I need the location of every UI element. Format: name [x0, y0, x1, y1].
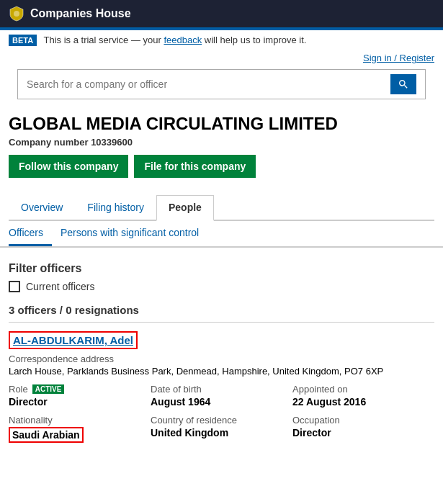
dob-col: Date of birth August 1964	[151, 384, 292, 408]
appointed-col: Appointed on 22 August 2016	[292, 384, 434, 408]
site-title: Companies House	[30, 7, 131, 20]
dob-value: August 1964	[151, 396, 292, 408]
sub-tab-psc[interactable]: Persons with significant control	[61, 221, 207, 246]
company-number-label: Company number	[9, 137, 89, 148]
officer-address: Larch House, Parklands Business Park, De…	[9, 366, 434, 377]
company-number-value: 10339600	[91, 137, 133, 148]
current-officers-label: Current officers	[26, 281, 94, 292]
search-input[interactable]	[27, 78, 390, 90]
search-icon	[398, 78, 409, 90]
nationality-value: Saudi Arabian	[9, 427, 84, 443]
active-badge: ACTIVE	[32, 384, 65, 394]
file-button[interactable]: File for this company	[134, 155, 256, 178]
company-number: Company number 10339600	[9, 137, 434, 148]
beta-text: This is a trial service — your	[44, 35, 161, 45]
nationality-col: Nationality Saudi Arabian	[9, 415, 151, 443]
officer-card: AL-ABDULKARIM, Adel Correspondence addre…	[0, 323, 443, 459]
logo: Companies House	[9, 6, 131, 22]
tab-people[interactable]: People	[156, 195, 214, 221]
residence-col: Country of residence United Kingdom	[151, 415, 292, 443]
officer-details-top: Role ACTIVE Director Date of birth Augus…	[9, 384, 434, 408]
feedback-link[interactable]: feedback	[164, 35, 202, 45]
follow-button[interactable]: Follow this company	[9, 155, 128, 178]
action-buttons: Follow this company File for this compan…	[9, 155, 434, 178]
residence-label: Country of residence	[151, 415, 292, 426]
dob-label: Date of birth	[151, 384, 292, 395]
sub-tabs: Officers Persons with significant contro…	[0, 221, 443, 248]
occupation-value: Director	[292, 427, 434, 438]
search-button[interactable]	[390, 74, 416, 94]
company-section: GLOBAL MEDIA CIRCULATING LIMITED Company…	[0, 114, 443, 195]
filter-section: Filter officers Current officers	[0, 256, 443, 297]
sub-tab-officers[interactable]: Officers	[9, 221, 52, 246]
beta-banner: BETA This is a trial service — your feed…	[0, 27, 443, 50]
occupation-label: Occupation	[292, 415, 434, 426]
site-header: Companies House	[0, 0, 443, 27]
tab-overview[interactable]: Overview	[9, 195, 75, 220]
beta-tag: BETA	[9, 35, 37, 46]
signin-link[interactable]: Sign in / Register	[363, 53, 434, 63]
officer-details-bottom: Nationality Saudi Arabian Country of res…	[9, 415, 434, 443]
current-officers-checkbox[interactable]	[9, 281, 20, 292]
main-tabs: Overview Filing history People	[9, 195, 434, 221]
signin-bar: Sign in / Register	[0, 50, 443, 66]
officer-count: 3 officers / 0 resignations	[0, 297, 443, 322]
nationality-label: Nationality	[9, 415, 151, 426]
residence-value: United Kingdom	[151, 427, 292, 438]
officer-address-label: Correspondence address	[9, 354, 434, 364]
role-value: Director	[9, 396, 151, 408]
filter-title: Filter officers	[9, 262, 434, 275]
appointed-label: Appointed on	[292, 384, 434, 395]
role-label: Role ACTIVE	[9, 384, 151, 395]
beta-text2: will help us to improve it.	[205, 35, 307, 45]
companies-house-logo-icon	[9, 6, 24, 22]
company-name: GLOBAL MEDIA CIRCULATING LIMITED	[9, 114, 434, 134]
appointed-value: 22 August 2016	[292, 396, 434, 408]
tab-filing-history[interactable]: Filing history	[75, 195, 156, 220]
filter-row: Current officers	[9, 281, 434, 292]
search-bar	[17, 69, 426, 99]
occupation-col: Occupation Director	[292, 415, 434, 443]
svg-point-0	[14, 11, 19, 17]
officer-name-link[interactable]: AL-ABDULKARIM, Adel	[9, 331, 138, 349]
role-col: Role ACTIVE Director	[9, 384, 151, 408]
